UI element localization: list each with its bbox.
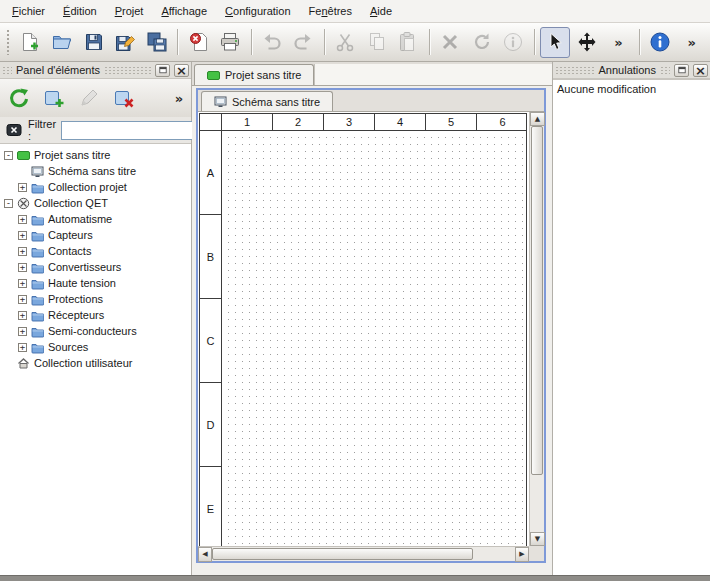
row-header-c: C <box>200 299 221 383</box>
horizontal-scrollbar[interactable]: ◀ ▶ <box>198 546 529 561</box>
diagram-grid[interactable] <box>222 131 526 546</box>
expand-icon[interactable]: + <box>18 295 27 304</box>
elements-panel-titlebar[interactable]: Panel d'éléments × <box>0 62 191 79</box>
dock-grip[interactable] <box>104 66 151 75</box>
tree-item-collection-utilisateur[interactable]: Collection utilisateur <box>0 355 191 371</box>
horizontal-scroll-thumb[interactable] <box>212 548 473 560</box>
scroll-right-button[interactable]: ▶ <box>515 547 529 562</box>
tree-item-contacts[interactable]: +Contacts <box>0 243 191 259</box>
menu-projet[interactable]: Projet <box>106 1 153 21</box>
horizontal-scroll-track[interactable] <box>212 547 515 561</box>
expand-icon[interactable]: + <box>18 327 27 336</box>
expand-icon[interactable]: + <box>18 279 27 288</box>
filter-input[interactable] <box>61 121 211 140</box>
move-icon <box>576 31 598 53</box>
scroll-down-button[interactable]: ▼ <box>530 532 545 546</box>
pan-mode-button[interactable] <box>571 27 602 58</box>
expand-icon[interactable]: + <box>18 311 27 320</box>
scroll-up-button[interactable]: ▲ <box>530 112 545 126</box>
new-element-button[interactable] <box>39 83 69 113</box>
column-header-1: 1 <box>222 114 273 130</box>
tree-item-schema-sans-titre[interactable]: Schéma sans titre <box>0 163 191 179</box>
project-icon <box>207 69 220 82</box>
expand-icon[interactable]: + <box>18 215 27 224</box>
tree-item-sources[interactable]: +Sources <box>0 339 191 355</box>
dock-close-button[interactable]: × <box>693 64 708 77</box>
menu-fenetres[interactable]: Fenêtres <box>300 1 361 21</box>
project-tab-label: Projet sans titre <box>225 69 301 81</box>
vertical-scroll-track[interactable] <box>530 126 544 532</box>
save-as-icon <box>114 31 136 53</box>
undo-icon <box>261 31 283 53</box>
tree-item-convertisseurs[interactable]: +Convertisseurs <box>0 259 191 275</box>
dock-close-icon: × <box>176 64 187 77</box>
expand-icon[interactable]: + <box>18 263 27 272</box>
open-button[interactable] <box>47 27 78 58</box>
expand-icon[interactable]: + <box>18 183 27 192</box>
row-header-b: B <box>200 215 221 299</box>
new-button[interactable] <box>15 27 46 58</box>
save-all-icon <box>146 31 168 53</box>
tree-item-protections[interactable]: +Protections <box>0 291 191 307</box>
project-tab[interactable]: Projet sans titre <box>194 64 314 85</box>
undo-dock-titlebar[interactable]: Annulations × <box>553 62 710 79</box>
print-button[interactable] <box>215 27 246 58</box>
expand-icon[interactable]: + <box>18 343 27 352</box>
info-gray-icon <box>502 31 524 53</box>
dock-close-button[interactable]: × <box>174 64 189 77</box>
save-button[interactable] <box>78 27 109 58</box>
about-qet-button[interactable] <box>645 27 676 58</box>
collapse-icon[interactable]: - <box>4 151 13 160</box>
diagram-viewport[interactable]: 123456 ABCDE <box>198 112 529 546</box>
tree-item-capteurs[interactable]: +Capteurs <box>0 227 191 243</box>
filter-clear-icon <box>6 122 22 138</box>
menu-aide[interactable]: Aide <box>361 1 401 21</box>
doc-close-icon <box>188 31 210 53</box>
expand-icon[interactable]: + <box>18 247 27 256</box>
collapse-icon[interactable]: - <box>4 199 13 208</box>
vertical-scroll-thumb[interactable] <box>531 126 543 475</box>
toolbar-overflow-2-button[interactable]: » <box>676 27 707 58</box>
filter-clear-button[interactable] <box>5 120 23 140</box>
scroll-left-button[interactable]: ◀ <box>198 547 212 562</box>
printer-icon <box>219 31 241 53</box>
tree-item-automatisme[interactable]: +Automatisme <box>0 211 191 227</box>
tree-item-haute-tension[interactable]: +Haute tension <box>0 275 191 291</box>
undo-list[interactable]: Aucune modification <box>553 79 710 575</box>
schema-tab[interactable]: Schéma sans titre <box>201 91 333 111</box>
tree-item-projet-sans-titre[interactable]: -Projet sans titre <box>0 147 191 163</box>
tree-item-semi-conducteurs[interactable]: +Semi-conducteurs <box>0 323 191 339</box>
arrow-right-icon: ▶ <box>519 551 524 558</box>
save-all-button[interactable] <box>142 27 173 58</box>
toolbar-overflow-button[interactable]: » <box>603 27 634 58</box>
mdi-area: Schéma sans titre 123456 ABCDE <box>192 86 552 575</box>
menu-bar: FichierÉditionProjetAffichageConfigurati… <box>0 0 710 23</box>
dock-float-icon <box>678 66 686 74</box>
tree-item-recepteurs[interactable]: +Récepteurs <box>0 307 191 323</box>
dock-grip[interactable] <box>660 66 670 75</box>
tree-item-collection-projet[interactable]: +Collection projet <box>0 179 191 195</box>
menu-configuration[interactable]: Configuration <box>216 1 299 21</box>
toolbar-handle[interactable] <box>6 29 11 55</box>
dock-grip[interactable] <box>2 66 12 75</box>
panel-overflow-button[interactable]: » <box>171 83 187 113</box>
selection-mode-button[interactable] <box>540 27 571 58</box>
menu-edition[interactable]: Édition <box>54 1 106 21</box>
menu-fichier[interactable]: Fichier <box>3 1 54 21</box>
paste-icon <box>397 31 419 53</box>
close-project-button[interactable] <box>183 27 214 58</box>
save-as-button[interactable] <box>110 27 141 58</box>
reload-collections-button[interactable] <box>4 83 34 113</box>
dock-grip[interactable] <box>555 66 595 75</box>
column-header-6: 6 <box>477 114 528 130</box>
dock-float-button[interactable] <box>155 64 170 77</box>
menu-affichage[interactable]: Affichage <box>152 1 216 21</box>
diagram-corner <box>200 114 222 130</box>
folder-icon <box>31 181 44 194</box>
vertical-scrollbar[interactable]: ▲ ▼ <box>529 112 544 546</box>
dock-float-button[interactable] <box>674 64 689 77</box>
tree-item-collection-qet[interactable]: -Collection QET <box>0 195 191 211</box>
tree-item-label: Semi-conducteurs <box>48 325 137 337</box>
expand-icon[interactable]: + <box>18 231 27 240</box>
delete-element-button[interactable] <box>109 83 139 113</box>
